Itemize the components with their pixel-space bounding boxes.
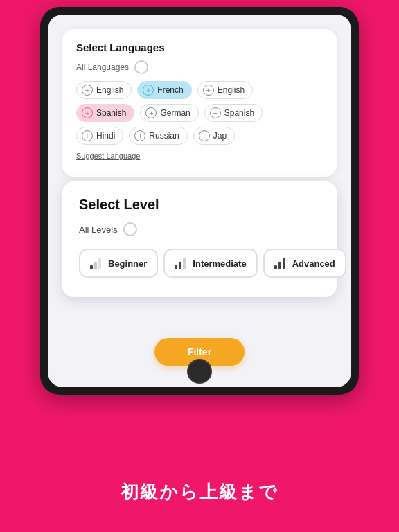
bar-1 [90,265,93,269]
intermediate-label: Intermediate [193,258,246,269]
bar-1 [274,265,277,269]
lang-label: German [160,108,190,118]
lang-tag-russian[interactable]: + Russian [129,127,187,145]
plus-icon: + [145,107,157,118]
level-card-title: Select Level [79,197,320,213]
bar-2 [278,262,281,269]
beginner-label: Beginner [108,258,147,269]
lang-label: Spanish [224,108,254,118]
plus-icon: + [82,130,93,141]
tablet-device: Select Languages All Languages + English [40,7,359,395]
bar-3 [183,258,186,269]
beginner-icon [90,257,103,269]
lang-tag-spanish[interactable]: + Spanish [76,104,134,122]
lang-tag-jap[interactable]: + Jap [193,127,235,145]
plus-icon-active: + [143,85,154,96]
lang-row-3: + Hindi + Russian + Jap [76,127,323,145]
lang-label: French [157,85,183,95]
all-levels-label: All Levels [79,224,118,235]
bar-3 [283,258,285,269]
tablet-screen: Select Languages All Languages + English [48,15,351,387]
intermediate-icon [175,257,187,269]
languages-card-title: Select Languages [76,42,323,53]
lang-row-1: + English + French + English [76,81,323,99]
lang-tag-french[interactable]: + French [137,81,191,99]
languages-card: Select Languages All Languages + English [62,29,337,177]
level-option-intermediate[interactable]: Intermediate [163,249,257,278]
all-languages-radio[interactable] [134,60,148,74]
plus-icon: + [82,85,93,96]
advanced-icon [274,257,287,269]
plus-icon: + [203,85,214,96]
lang-label: Hindi [96,131,115,141]
all-levels-radio[interactable] [123,222,137,236]
lang-label: Russian [149,131,179,141]
lang-label: English [218,85,245,95]
lang-tag-hindi[interactable]: + Hindi [76,127,123,145]
lang-label: Spanish [96,108,126,118]
lang-tag-german[interactable]: + German [140,104,198,122]
plus-icon: + [210,107,221,118]
bar-1 [175,265,177,269]
bar-2 [94,262,97,269]
advanced-label: Advanced [292,258,335,269]
bar-3 [98,258,101,269]
lang-row-2: + Spanish + German + Spanish [76,104,323,122]
lang-tag-english-2[interactable]: + English [197,81,253,99]
lang-label: Jap [213,131,227,141]
language-tags-grid: + English + French + English [76,81,323,145]
plus-icon-pink: + [82,107,93,118]
suggest-language-link[interactable]: Suggest Language [76,152,140,160]
plus-icon: + [134,130,145,141]
lang-tag-english-1[interactable]: + English [76,81,132,99]
level-card: Select Level All Levels [62,181,337,297]
page-background: Select Languages All Languages + English [0,0,399,532]
all-languages-label: All Languages [76,62,129,72]
plus-icon: + [199,130,210,141]
bar-2 [179,262,181,269]
lang-label: English [96,85,123,95]
level-options-row: Beginner Intermediate [79,249,320,278]
level-option-beginner[interactable]: Beginner [79,249,158,278]
tablet-home-button [187,359,212,384]
screen-content: Select Languages All Languages + English [48,15,351,387]
lang-tag-spanish-2[interactable]: + Spanish [204,104,263,122]
level-option-advanced[interactable]: Advanced [263,249,346,278]
bottom-text: 初級から上級まで [0,480,399,504]
all-languages-row: All Languages [76,60,323,74]
all-levels-row: All Levels [79,222,320,236]
